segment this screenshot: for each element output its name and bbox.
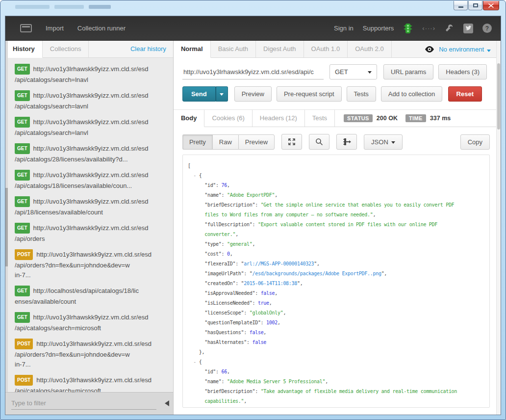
response-code[interactable]: [ - { "id": 76, "name": "Adobe ExportPDF… [182,155,490,408]
tab-cookies[interactable]: Cookies (6) [204,110,252,127]
preview-view-button[interactable]: Preview [238,134,275,150]
history-item[interactable]: POSThttp://uvo1y3lrhawskk9yizz.vm.cld.sr… [15,339,167,369]
history-url: GEThttp://uvo1y3lrhawskk9yizz.vm.cld.sr/… [15,64,167,75]
collection-runner-button[interactable]: Collection runner [77,25,126,32]
send-button-group: Send [182,86,228,102]
prerequest-script-button[interactable]: Pre-request script [277,86,342,102]
reset-button[interactable]: Reset [448,86,482,102]
view-toolbar: Pretty Raw Preview [182,134,490,150]
format-button[interactable] [336,134,357,150]
language-select[interactable]: JSON [364,134,403,150]
code-line: "briefDescription": "Take advantage of f… [188,387,484,396]
settings-wrench-icon[interactable] [445,24,454,33]
url-input[interactable] [182,65,324,79]
history-url-wrap: /api/catalogs/search=lnavl [15,75,167,85]
copy-button[interactable]: Copy [460,134,490,150]
import-button[interactable]: Import [46,25,64,32]
tab-digest-auth[interactable]: Digest Auth [256,41,304,57]
history-url-wrap: /api/catalogs/28/licenses/availability?d… [15,155,167,164]
preview-button[interactable]: Preview [234,86,272,102]
tab-body[interactable]: Body [174,110,205,127]
tab-history[interactable]: History [5,41,43,58]
history-item[interactable]: GEThttp://uvo1y3lrhawskk9yizz.vm.cld.sr/… [15,117,167,138]
expand-icon [288,138,296,146]
close-icon [488,3,494,8]
tab-normal[interactable]: Normal [174,41,211,58]
code-line: "questionTemplateID": 1002, [188,318,484,328]
search-icon [315,138,323,146]
help-icon[interactable]: ? [482,24,492,33]
history-item[interactable]: GEThttp://uvo1y3lrhawskk9yizz.vm.cld.sr/… [15,64,167,85]
indent-format-icon [343,138,351,146]
sidebar-scrollbar-thumb[interactable] [5,188,8,266]
history-item[interactable]: GEThttp://localhost/esd/api/catalogs/18/… [15,286,167,307]
traffic-light-icon[interactable] [403,23,413,34]
history-url-wrap: /api/catalogs/search=microsoft [15,386,167,392]
code-snippets-icon[interactable]: ‹···› [422,25,435,32]
tab-oauth1[interactable]: OAuth 1.0 [304,41,348,57]
search-button[interactable] [309,134,329,150]
tab-collections[interactable]: Collections [43,41,89,57]
history-item[interactable]: GEThttp://uvo1y3lrhawskk9yizz.vm.cld.sr/… [15,143,167,164]
titlebar[interactable] [0,0,506,16]
titlebar-ghost [89,5,111,9]
tab-resp-headers[interactable]: Headers (12) [253,110,305,127]
tests-button[interactable]: Tests [347,86,376,102]
filter-input[interactable] [11,397,156,410]
close-button[interactable] [483,1,499,10]
history-url-wrap: /api/orders?dn=flex&un=johndoe&dev=w [15,261,167,270]
history-item[interactable]: POSThttp://uvo1y3lrhawskk9yizz.vm.cld.sr… [15,249,167,280]
response-tabs: Body Cookies (6) Headers (12) Tests STAT… [174,110,501,127]
eye-icon[interactable] [425,46,434,52]
send-options-button[interactable] [216,86,228,102]
minimize-button[interactable] [454,1,468,10]
code-line: - { [188,357,484,367]
maximize-button[interactable] [468,1,482,10]
expand-button[interactable] [281,134,302,150]
sidebar-tabs: History Collections Clear history [5,41,173,58]
history-url: POSThttp://uvo1y3lrhawskk9yizz.vm.cld.sr… [15,249,167,261]
twitter-button[interactable] [463,24,473,33]
method-select[interactable]: GET [329,64,377,79]
history-item[interactable]: POSThttp://uvo1y3lrhawskk9yizz.vm.cld.sr… [15,375,167,392]
environment-area: No environment [425,41,501,57]
sign-in-button[interactable]: Sign in [334,25,354,32]
url-params-button[interactable]: URL params [383,64,433,79]
code-line: files to Word files from any computer — … [188,210,484,220]
history-url-wrap: enses/available/count [15,297,167,307]
headers-button[interactable]: Headers (3) [438,64,487,79]
supporters-button[interactable]: Supporters [363,25,394,32]
history-url-wrap: /api/catalogs/search=microsoft [15,323,167,333]
history-url-wrap: /api/orders?dn=flex&un=johndoe&dev=w [15,350,167,360]
history-url-wrap: in-7... [15,270,167,280]
history-item[interactable]: GEThttp://uvo1y3lrhawskk9yizz.vm.cld.sr/… [15,170,167,191]
method-badge: GET [15,64,30,75]
history-url: POSThttp://uvo1y3lrhawskk9yizz.vm.cld.sr… [15,375,167,386]
history-item[interactable]: GEThttp://uvo1y3lrhawskk9yizz.vm.cld.sr/… [15,312,167,333]
add-to-collection-button[interactable]: Add to collection [381,86,442,102]
history-url: GEThttp://uvo1y3lrhawskk9yizz.vm.cld.sr/… [15,196,167,208]
action-row: Send Preview Pre-request script Tests Ad… [182,86,492,102]
sidebar-scrollbar[interactable] [5,41,8,392]
history-item[interactable]: GEThttp://uvo1y3lrhawskk9yizz.vm.cld.sr/… [15,223,167,244]
language-select-value: JSON [371,138,388,146]
history-item[interactable]: GEThttp://uvo1y3lrhawskk9yizz.vm.cld.sr/… [15,90,167,111]
titlebar-ghost [54,5,84,9]
clear-history-link[interactable]: Clear history [130,41,173,57]
history-url-wrap: /api/catalogs/18/licenses/available/coun… [15,181,167,191]
send-button[interactable]: Send [182,86,216,102]
main-scrollbar[interactable] [496,41,501,415]
pretty-button[interactable]: Pretty [182,134,212,150]
environment-select[interactable]: No environment [439,46,491,53]
tab-oauth2[interactable]: OAuth 2.0 [348,41,392,57]
history-item[interactable]: GEThttp://uvo1y3lrhawskk9yizz.vm.cld.sr/… [15,196,167,217]
sidebar-collapse-icon[interactable] [165,400,169,406]
code-line: "imageUrlPath": "/esd/backgrounds/packag… [188,269,484,279]
tab-basic-auth[interactable]: Basic Auth [211,41,256,57]
method-badge: GET [15,286,30,296]
tab-resp-tests[interactable]: Tests [305,110,335,127]
raw-button[interactable]: Raw [212,134,238,150]
main-scrollbar-thumb[interactable] [497,63,500,130]
code-line: "name": "Adobe ExportPDF", [188,190,484,200]
sidebar-toggle-icon[interactable] [20,24,32,32]
